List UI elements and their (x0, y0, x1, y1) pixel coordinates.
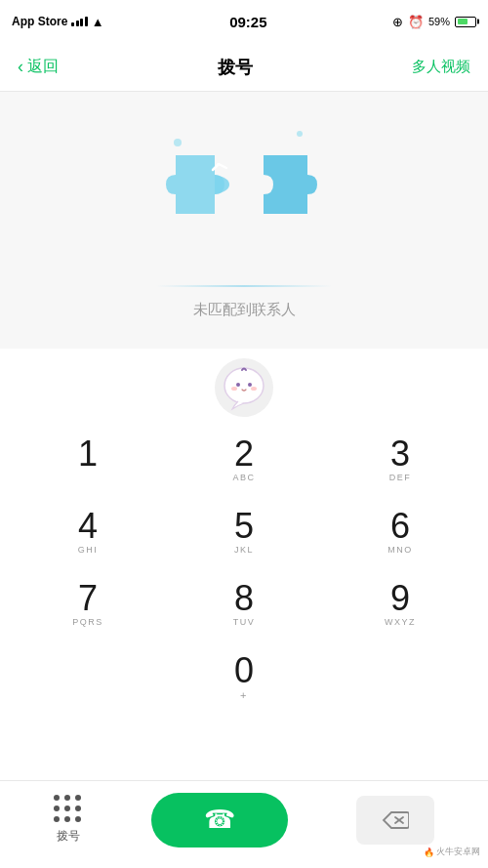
digit-4-letters: GHI (78, 545, 99, 557)
dot (54, 795, 60, 801)
chevron-left-icon: ‹ (18, 57, 23, 77)
dial-row-3: 7 PQRS 8 TUV 9 WXYZ (10, 571, 478, 640)
signal-icon (71, 17, 88, 26)
digit-7: 7 (78, 581, 98, 616)
battery-icon (455, 17, 476, 27)
watermark-icon: 🔥 (424, 847, 434, 857)
digit-5-letters: JKL (234, 545, 254, 557)
dial-key-0[interactable]: 0 + (176, 643, 312, 712)
no-contact-illustration (146, 121, 342, 268)
digit-4: 4 (78, 509, 98, 544)
dial-key-9[interactable]: 9 WXYZ (332, 571, 468, 640)
page-title: 拨号 (218, 56, 253, 79)
svg-point-3 (236, 383, 240, 387)
dot (75, 795, 81, 801)
digit-6-letters: MNO (387, 545, 413, 557)
digit-8: 8 (234, 581, 254, 616)
dot (75, 806, 81, 811)
dial-pad: 1 2 ABC 3 DEF 4 GHI 5 JKL 6 MNO 7 PQRS (0, 427, 488, 716)
deco-dot (297, 131, 303, 137)
status-right: ⊕ ⏰ 59% (392, 15, 476, 29)
deco-dot (174, 139, 182, 146)
digit-8-letters: TUV (233, 617, 256, 629)
svg-point-2 (224, 368, 264, 403)
dial-key-8[interactable]: 8 TUV (176, 571, 312, 640)
no-contact-text: 未匹配到联系人 (193, 301, 296, 319)
dial-key-7[interactable]: 7 PQRS (20, 571, 156, 640)
dial-key-star[interactable] (20, 643, 156, 712)
keypad-icon (54, 795, 83, 824)
digit-9-letters: WXYZ (385, 617, 416, 629)
dot (75, 816, 81, 822)
svg-point-4 (248, 383, 252, 387)
character-icon (217, 360, 271, 415)
digit-2-letters: ABC (232, 473, 255, 484)
dot (64, 795, 70, 801)
back-label: 返回 (27, 57, 59, 77)
battery-percent: 59% (428, 16, 450, 27)
dial-row-2: 4 GHI 5 JKL 6 MNO (10, 499, 478, 567)
dial-key-5[interactable]: 5 JKL (176, 499, 312, 567)
watermark: 🔥 火牛安卓网 (424, 846, 480, 858)
dot (64, 806, 70, 811)
status-left: App Store ▲ (12, 15, 104, 29)
svg-line-1 (219, 164, 226, 168)
dial-key-3[interactable]: 3 DEF (332, 427, 468, 495)
bottom-toolbar: 拨号 ☎ (0, 780, 488, 868)
dot (64, 816, 70, 822)
status-time: 09:25 (229, 14, 266, 30)
backspace-icon (382, 810, 409, 830)
svg-point-6 (251, 387, 257, 391)
phone-icon: ☎ (204, 805, 235, 835)
watermark-text: 火牛安卓网 (436, 846, 480, 858)
call-button[interactable]: ☎ (151, 793, 288, 847)
digit-2: 2 (234, 436, 254, 472)
digit-5: 5 (234, 509, 254, 544)
digit-1: 1 (78, 436, 98, 472)
keypad-label: 拨号 (57, 828, 80, 845)
dial-key-hash[interactable] (332, 643, 468, 712)
clock-icon: ⏰ (408, 15, 424, 29)
back-button[interactable]: ‹ 返回 (18, 57, 59, 77)
dot (54, 806, 60, 811)
keypad-button[interactable]: 拨号 (54, 795, 83, 845)
backspace-button[interactable] (356, 796, 434, 845)
dial-key-2[interactable]: 2 ABC (176, 427, 312, 495)
digit-7-letters: PQRS (72, 617, 103, 629)
avatar (215, 358, 273, 417)
digit-9: 9 (390, 581, 410, 616)
app-store-label: App Store (12, 15, 67, 28)
digit-0: 0 (234, 653, 254, 688)
dial-key-4[interactable]: 4 GHI (20, 499, 156, 567)
digit-0-letters: + (240, 689, 248, 701)
dial-key-1[interactable]: 1 (20, 427, 156, 495)
svg-point-5 (231, 387, 237, 391)
digit-6: 6 (390, 509, 410, 544)
status-bar: App Store ▲ 09:25 ⊕ ⏰ 59% (0, 0, 488, 43)
dot (54, 816, 60, 822)
avatar-area (0, 349, 488, 427)
digit-3-letters: DEF (389, 473, 412, 484)
digit-3: 3 (390, 436, 410, 472)
divider (156, 285, 332, 287)
alarm-icon: ⊕ (392, 15, 403, 29)
puzzle-icon (146, 126, 342, 263)
dial-row-1: 1 2 ABC 3 DEF (10, 427, 478, 495)
multi-video-button[interactable]: 多人视频 (412, 58, 470, 76)
upper-section: 未匹配到联系人 (0, 92, 488, 349)
nav-bar: ‹ 返回 拨号 多人视频 (0, 43, 488, 92)
dial-key-6[interactable]: 6 MNO (332, 499, 468, 567)
dial-row-4: 0 + (10, 643, 478, 712)
wifi-icon: ▲ (92, 15, 104, 29)
